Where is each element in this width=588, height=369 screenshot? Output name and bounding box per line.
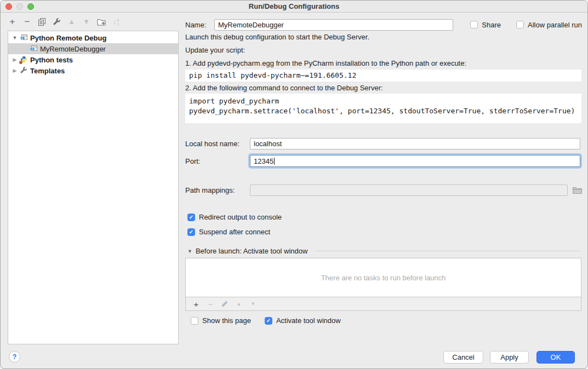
- configurations-tree: ▼ Python Remote Debug MyRe: [8, 31, 179, 344]
- move-task-up-button[interactable]: ▲: [233, 298, 245, 309]
- activate-tool-window-checkbox[interactable]: ✓: [265, 317, 272, 325]
- pip-install-code: pip install pydevd-pycharm~=191.6605.12: [185, 70, 581, 82]
- remove-configuration-button[interactable]: −: [20, 15, 35, 28]
- path-mappings-input[interactable]: [250, 184, 568, 196]
- run-debug-configurations-dialog: Run/Debug Configurations + − ▲ ▼: [0, 0, 588, 369]
- tree-item-templates[interactable]: ▶ Templates: [8, 65, 178, 76]
- show-this-page-checkbox[interactable]: [191, 317, 198, 325]
- configurations-toolbar: + − ▲ ▼ ↓ az: [1, 13, 179, 31]
- expander-closed-icon[interactable]: ▶: [12, 68, 18, 73]
- port-label: Port:: [185, 157, 250, 165]
- expander-closed-icon[interactable]: ▶: [12, 57, 18, 62]
- move-task-down-button[interactable]: ▼: [247, 298, 259, 309]
- remote-debug-icon: [30, 45, 38, 53]
- path-mappings-row: Path mappings:: [185, 184, 583, 196]
- suspend-after-connect-checkbox[interactable]: ✓: [187, 228, 195, 236]
- expander-open-icon[interactable]: ▼: [12, 35, 18, 41]
- intro-line-2: Update your script:: [185, 46, 245, 54]
- local-host-input[interactable]: [250, 138, 580, 149]
- redirect-output-checkbox[interactable]: ✓: [187, 214, 195, 221]
- close-window-button[interactable]: [5, 3, 12, 10]
- page-options-row: Show this page ✓ Activate tool window: [191, 316, 341, 325]
- share-checkbox[interactable]: [470, 21, 478, 28]
- suspend-after-connect-row: ✓ Suspend after connect: [187, 228, 270, 236]
- port-row: Port: 12345: [185, 154, 580, 168]
- remote-debug-icon: [20, 34, 28, 42]
- edit-templates-button[interactable]: [49, 15, 64, 28]
- tree-item-label: Python tests: [30, 56, 73, 64]
- step1-text: 1. Add pydevd-pycharm.egg from the PyCha…: [185, 59, 466, 67]
- show-this-page-label: Show this page: [202, 316, 251, 325]
- local-host-label: Local host name:: [185, 140, 250, 148]
- suspend-after-connect-label: Suspend after connect: [199, 228, 270, 236]
- move-up-button[interactable]: ▲: [64, 15, 79, 28]
- code-line-2: pydevd_pycharm.settrace('localhost', por…: [189, 107, 575, 115]
- copy-configuration-button[interactable]: [35, 15, 49, 28]
- before-launch-title: Before launch: Activate tool window: [196, 247, 308, 255]
- wrench-icon: [53, 18, 61, 26]
- sort-configurations-button[interactable]: ↓ az: [109, 15, 123, 28]
- intro-line-1: Launch this debug configuration to start…: [185, 33, 369, 41]
- add-task-button[interactable]: +: [190, 298, 202, 309]
- add-configuration-button[interactable]: +: [5, 15, 20, 28]
- tree-item-python-remote-debug[interactable]: ▼ Python Remote Debug: [8, 32, 178, 43]
- tree-item-label: Python Remote Debug: [30, 34, 106, 42]
- remove-task-button[interactable]: −: [204, 298, 216, 309]
- copy-icon: [38, 18, 45, 26]
- browse-path-mappings-button[interactable]: [573, 186, 583, 194]
- edit-task-button[interactable]: [219, 298, 231, 309]
- pencil-icon: [221, 301, 228, 307]
- new-folder-button[interactable]: [94, 15, 109, 28]
- ok-button[interactable]: OK: [536, 351, 575, 364]
- local-host-row: Local host name:: [185, 137, 580, 149]
- header-separator: [315, 251, 580, 251]
- settrace-code-block: import pydevd_pycharmpydevd_pycharm.sett…: [185, 94, 581, 123]
- name-row: Name: Share Allow parallel run: [185, 19, 582, 31]
- step2-text: 2. Add the following command to connect …: [185, 84, 383, 92]
- before-launch-expander-icon[interactable]: ▼: [187, 249, 192, 254]
- allow-parallel-run-checkbox[interactable]: [516, 21, 524, 28]
- redirect-output-label: Redirect output to console: [199, 213, 282, 221]
- name-label: Name:: [185, 21, 214, 29]
- before-launch-task-list: There are no tasks to run before launch: [185, 258, 581, 297]
- python-tests-icon: [20, 56, 28, 64]
- before-launch-header: ▼ Before launch: Activate tool window: [187, 247, 580, 255]
- traffic-lights: [5, 3, 34, 10]
- redirect-output-row: ✓ Redirect output to console: [187, 213, 282, 221]
- window-title: Run/Debug Configurations: [1, 2, 587, 10]
- text-cursor: [274, 158, 275, 165]
- empty-tasks-message: There are no tasks to run before launch: [321, 274, 446, 282]
- share-label: Share: [482, 21, 501, 29]
- help-button[interactable]: ?: [9, 351, 20, 362]
- templates-wrench-icon: [20, 67, 28, 74]
- zoom-window-button[interactable]: [27, 3, 34, 10]
- name-input[interactable]: [214, 19, 453, 31]
- allow-parallel-run-label: Allow parallel run: [528, 21, 582, 29]
- tree-item-python-tests[interactable]: ▶ Python tests: [8, 54, 178, 65]
- tree-item-label: Templates: [30, 67, 65, 75]
- apply-button[interactable]: Apply: [490, 351, 529, 364]
- path-mappings-label: Path mappings:: [185, 186, 250, 194]
- tree-item-label: MyRemoteDebugger: [40, 45, 106, 53]
- test-badge-icon: [19, 61, 22, 64]
- move-down-button[interactable]: ▼: [79, 15, 94, 28]
- folder-icon: [573, 187, 582, 194]
- code-line-1: import pydevd_pycharm: [189, 97, 279, 105]
- cancel-button[interactable]: Cancel: [443, 351, 483, 364]
- sort-az-icon: ↓ az: [113, 18, 119, 26]
- tree-item-myremotedebugger[interactable]: MyRemoteDebugger: [8, 43, 178, 54]
- activate-tool-window-label: Activate tool window: [276, 316, 341, 325]
- title-bar: Run/Debug Configurations: [1, 1, 587, 13]
- before-launch-toolbar: + − ▲ ▼: [185, 297, 581, 311]
- port-input[interactable]: 12345: [250, 155, 580, 167]
- folder-add-icon: [97, 18, 106, 26]
- minimize-window-button[interactable]: [16, 3, 23, 10]
- port-value: 12345: [254, 157, 273, 165]
